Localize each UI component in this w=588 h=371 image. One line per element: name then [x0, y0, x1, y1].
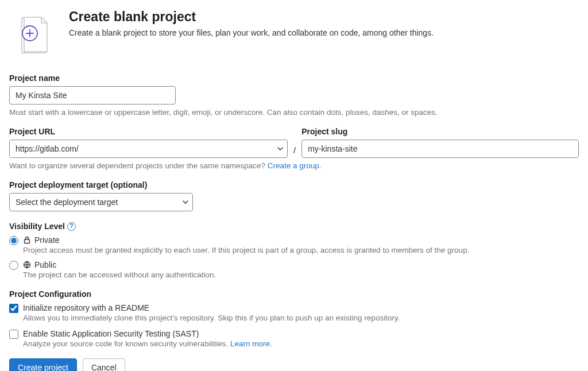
- project-name-help: Must start with a lowercase or uppercase…: [9, 108, 579, 117]
- project-url-label: Project URL: [9, 127, 288, 136]
- visibility-private-title: Private: [34, 235, 60, 245]
- page-title: Create blank project: [69, 9, 434, 25]
- sast-title: Enable Static Application Security Testi…: [23, 329, 199, 338]
- sast-option[interactable]: Enable Static Application Security Testi…: [9, 329, 579, 348]
- create-project-button[interactable]: Create project: [9, 358, 77, 371]
- sast-desc: Analyze your source code for known secur…: [23, 339, 579, 348]
- deployment-target-group: Project deployment target (optional) Sel…: [9, 180, 579, 211]
- lock-icon: [23, 236, 31, 244]
- project-name-input[interactable]: [9, 86, 176, 105]
- readme-desc: Allows you to immediately clone this pro…: [23, 314, 579, 322]
- blank-project-icon: [10, 10, 59, 59]
- project-configuration-group: Project Configuration Initialize reposit…: [9, 289, 579, 348]
- visibility-option-private[interactable]: Private Project access must be granted e…: [9, 235, 579, 254]
- project-graphic: [9, 9, 60, 60]
- readme-title: Initialize repository with a README: [23, 303, 149, 312]
- project-namespace-select[interactable]: [9, 140, 288, 158]
- visibility-radio-private[interactable]: [9, 236, 18, 245]
- create-group-link[interactable]: Create a group.: [268, 161, 322, 170]
- url-separator: /: [293, 127, 296, 155]
- project-url-slug-row: Project URL / Project slug Want to organ…: [9, 127, 579, 170]
- form-actions: Create project Cancel: [9, 358, 579, 371]
- visibility-level-group: Visibility Level ? Private Project acces…: [9, 222, 579, 279]
- project-slug-input[interactable]: [301, 140, 579, 158]
- sast-checkbox[interactable]: [9, 330, 18, 339]
- globe-icon: [23, 261, 31, 269]
- svg-rect-3: [25, 239, 30, 244]
- visibility-option-public[interactable]: Public The project can be accessed witho…: [9, 260, 579, 279]
- deployment-target-label: Project deployment target (optional): [9, 180, 579, 190]
- visibility-public-desc: The project can be accessed without any …: [23, 270, 579, 279]
- deployment-target-select[interactable]: Select the deployment target: [9, 193, 193, 211]
- project-name-group: Project name Must start with a lowercase…: [9, 74, 579, 117]
- header-text: Create blank project Create a blank proj…: [69, 9, 434, 60]
- project-name-label: Project name: [9, 74, 579, 83]
- project-configuration-label: Project Configuration: [9, 289, 579, 299]
- sast-learn-more-link[interactable]: Learn more.: [230, 339, 272, 348]
- readme-option[interactable]: Initialize repository with a README Allo…: [9, 303, 579, 322]
- visibility-private-desc: Project access must be granted explicitl…: [23, 246, 579, 254]
- help-icon[interactable]: ?: [67, 222, 76, 231]
- namespace-help: Want to organize several dependent proje…: [9, 161, 579, 170]
- readme-checkbox[interactable]: [9, 304, 18, 313]
- project-slug-label: Project slug: [301, 127, 579, 136]
- cancel-button[interactable]: Cancel: [83, 358, 125, 371]
- page-subtitle: Create a blank project to store your fil…: [69, 28, 434, 37]
- page-header: Create blank project Create a blank proj…: [9, 9, 579, 60]
- visibility-radio-public[interactable]: [9, 261, 18, 270]
- visibility-level-label: Visibility Level ?: [9, 222, 579, 231]
- visibility-public-title: Public: [34, 260, 56, 269]
